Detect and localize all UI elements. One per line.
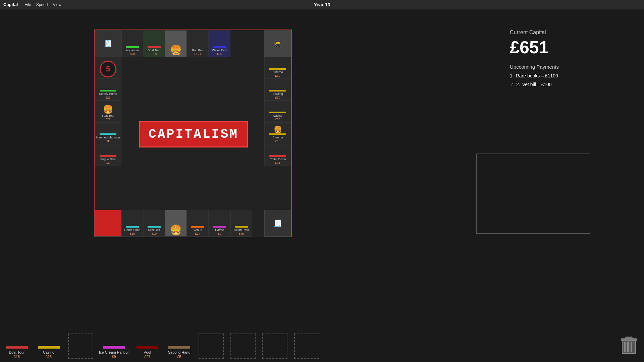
- bowling-bar: [269, 90, 286, 92]
- inv-icecream-bar: [103, 346, 125, 349]
- current-capital-value: £651: [510, 37, 617, 57]
- svg-rect-3: [631, 342, 632, 352]
- check-icon: ✓: [510, 81, 514, 87]
- current-capital-label: Current Capital: [510, 29, 617, 36]
- cell-cinema-1[interactable]: Cinema £30: [264, 57, 291, 79]
- cell-aquarium[interactable]: Aquarium £30: [121, 30, 143, 57]
- coffee-bar: [213, 226, 226, 228]
- inv-casino[interactable]: Casino £15: [35, 346, 62, 359]
- app-name: Capital: [3, 2, 18, 7]
- game-board: 🧾 🥷 🧾 Aquarium £30 Boat Tour £18 🍔: [94, 29, 292, 237]
- cell-venue[interactable]: Venue £24: [187, 210, 209, 237]
- rollerdisco-bar: [269, 155, 286, 157]
- cell-stately-home[interactable]: Stately Home £21: [95, 79, 121, 101]
- inv-empty-5: [293, 334, 320, 359]
- cell-number-badge: 5: [95, 57, 121, 79]
- inv-pool-bar: [137, 346, 158, 349]
- inv-boat-bar: [6, 346, 28, 349]
- corner-top-left: 🧾: [95, 30, 121, 57]
- inv-empty-4: [261, 334, 288, 359]
- segue-bar: [100, 155, 116, 157]
- game-area: 🧾 🥷 🧾 Aquarium £30 Boat Tour £18 🍔: [0, 9, 644, 362]
- cell-bowling[interactable]: Bowling £30: [264, 79, 291, 101]
- minigolf-bar: [148, 226, 161, 228]
- cell-mini-golf[interactable]: Mini Golf £10: [143, 210, 165, 237]
- cell-roller-disco[interactable]: Roller Disco £64: [264, 144, 291, 166]
- svg-rect-5: [626, 337, 632, 339]
- cinema2-bar: [269, 133, 286, 135]
- svg-rect-2: [627, 342, 629, 352]
- trash-icon[interactable]: [621, 335, 637, 355]
- corner-bottom-left: [95, 210, 121, 237]
- cell-segue-tour[interactable]: Segue Tour £40: [95, 144, 121, 166]
- year-title: Year 13: [314, 2, 330, 7]
- menu-speed[interactable]: Speed: [36, 2, 48, 7]
- capitalism-logo: CAPITALISM: [139, 121, 248, 147]
- upcoming-payments-label: Upccoming Payments: [510, 64, 617, 70]
- menu-view[interactable]: View: [53, 2, 61, 7]
- boat-top-bar: [148, 46, 161, 48]
- cell-haunted-mansion[interactable]: Haunted Mansion £33: [95, 122, 121, 144]
- corner-top-right: 🥷: [264, 30, 291, 57]
- svg-rect-1: [624, 342, 626, 352]
- right-panel: Current Capital £651 Upccoming Payments …: [510, 29, 617, 90]
- inv-ice-cream[interactable]: Ice Cream Parlour £9: [99, 346, 129, 359]
- cell-cinema-2[interactable]: 🍔 Cinema £15: [264, 122, 291, 144]
- payment-item-1: 1. Rare books – £1100: [510, 73, 617, 78]
- cell-funfair[interactable]: Fun Fair £121: [187, 30, 209, 57]
- info-box: [476, 154, 590, 234]
- aquarium-bar: [126, 46, 139, 48]
- safari-bar: [235, 226, 248, 228]
- venue-bar: [191, 226, 205, 228]
- inv-empty-2: [198, 334, 224, 359]
- inv-pool[interactable]: Pool £27: [134, 346, 161, 359]
- haunted-bar: [100, 133, 116, 135]
- player-number: 5: [100, 61, 116, 77]
- menu-file[interactable]: File: [24, 2, 31, 7]
- board-center: CAPITALISM: [121, 57, 266, 211]
- casino-bar: [269, 112, 286, 113]
- gameshop-bar: [126, 226, 139, 228]
- cell-burger-top[interactable]: 🍔: [165, 30, 187, 57]
- inv-second-hand[interactable]: Second Hand £5: [166, 346, 193, 359]
- cell-boat-tour-top[interactable]: Boat Tour £18: [143, 30, 165, 57]
- cell-game-shop[interactable]: Game Shop £10: [121, 210, 143, 237]
- stately-bar: [100, 90, 116, 92]
- cell-boat-tour-left[interactable]: 🍔 Boat Tour £27: [95, 101, 121, 122]
- waterpark-bar: [213, 46, 226, 48]
- payment-item-2: ✓ 2. Vet bill – £100: [510, 81, 617, 87]
- corner-bottom-right: 🧾: [264, 210, 291, 237]
- cell-waterpark[interactable]: Water Park £36: [209, 30, 230, 57]
- inventory: Boat Tour £18 Casino £15 Ice Cream Parlo…: [3, 322, 641, 359]
- inv-empty-3: [229, 334, 256, 359]
- cell-coffee[interactable]: Coffee £9: [209, 210, 230, 237]
- inv-casino-bar: [38, 346, 60, 349]
- cell-casino-right[interactable]: Casino £30: [264, 101, 291, 122]
- menubar: Capital File Speed View Year 13: [0, 0, 644, 9]
- cell-safari-park[interactable]: Safari Park £45: [230, 210, 252, 237]
- cell-burger-bottom[interactable]: 🍔: [165, 210, 187, 237]
- inv-empty-1: [67, 334, 94, 359]
- inv-boat-tour[interactable]: Boat Tour £18: [3, 346, 30, 359]
- cinema1-bar: [269, 68, 286, 70]
- inv-secondhand-bar: [168, 346, 190, 349]
